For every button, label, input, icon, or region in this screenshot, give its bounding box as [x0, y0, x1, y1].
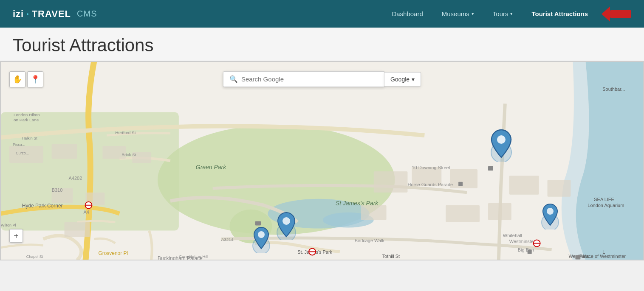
nav-item-museums[interactable]: Museums ▾ [432, 6, 483, 22]
svg-text:St James's Park: St James's Park [336, 200, 378, 207]
nav-item-dashboard[interactable]: Dashboard [382, 6, 432, 22]
museums-chevron-icon: ▾ [472, 11, 474, 17]
page-title-bar: Tourist Attractions [0, 28, 644, 61]
svg-rect-67 [575, 255, 580, 259]
svg-text:Hertford St: Hertford St [115, 130, 136, 135]
map-search-bar: 🔍 Google ▾ [223, 71, 421, 87]
map-pin-1[interactable] [251, 225, 272, 255]
main-nav: Dashboard Museums ▾ Tours ▾ Tourist Attr… [382, 5, 631, 23]
logo-cms: CMS [77, 9, 97, 19]
svg-rect-22 [488, 203, 511, 220]
plus-icon: + [14, 231, 19, 241]
search-box: 🔍 [223, 71, 384, 87]
svg-text:Westmins...: Westmins... [568, 254, 593, 259]
tours-chevron-icon: ▾ [510, 11, 513, 17]
svg-marker-1 [602, 6, 610, 22]
svg-text:A4: A4 [83, 210, 89, 215]
svg-rect-64 [488, 166, 493, 171]
svg-text:Southbar...: Southbar... [602, 87, 625, 92]
svg-point-73 [497, 135, 506, 144]
svg-text:Westminster Abbey: Westminster Abbey [370, 259, 410, 260]
svg-text:10 Downing Street: 10 Downing Street [412, 165, 450, 170]
svg-text:Halkin St: Halkin St [22, 136, 37, 140]
svg-text:Chapel St: Chapel St [26, 255, 43, 259]
svg-text:A3214: A3214 [221, 237, 234, 242]
svg-text:Birdcage Walk: Birdcage Walk [355, 238, 385, 243]
svg-text:London Aquarium: London Aquarium [588, 203, 624, 208]
zoom-in-button[interactable]: + [9, 229, 23, 243]
svg-text:Wilton Pl: Wilton Pl [1, 223, 16, 227]
svg-rect-15 [374, 171, 408, 193]
google-search-button[interactable]: Google ▾ [384, 72, 421, 87]
svg-point-75 [547, 208, 554, 215]
svg-text:Constitution Hill: Constitution Hill [179, 254, 208, 259]
svg-rect-18 [509, 176, 539, 195]
svg-rect-65 [458, 182, 463, 186]
svg-rect-14 [65, 222, 90, 237]
map-pin-4[interactable] [539, 202, 561, 231]
nav-item-tourist-attractions[interactable]: Tourist Attractions [522, 6, 597, 22]
map-controls: ✋ 📍 [9, 71, 43, 87]
svg-rect-0 [610, 10, 631, 18]
hand-tool-button[interactable]: ✋ [9, 71, 25, 87]
svg-rect-17 [450, 169, 477, 188]
pin-icon: 📍 [31, 75, 40, 84]
search-icon: 🔍 [229, 75, 238, 83]
svg-text:Curzo...: Curzo... [16, 151, 29, 155]
svg-text:A4202: A4202 [69, 176, 82, 181]
svg-rect-9 [52, 144, 77, 159]
svg-point-71 [282, 217, 290, 225]
google-dropdown-icon: ▾ [412, 76, 415, 83]
hand-icon: ✋ [13, 75, 22, 84]
map-pin-3[interactable] [489, 128, 514, 163]
active-indicator-arrow [602, 5, 631, 23]
svg-text:Horse Guards Parade: Horse Guards Parade [407, 182, 453, 187]
svg-rect-21 [446, 205, 480, 222]
search-input[interactable] [241, 76, 378, 83]
pin-tool-button[interactable]: 📍 [27, 71, 43, 87]
svg-text:L: L [602, 249, 605, 255]
svg-text:Grosvenor Pl: Grosvenor Pl [98, 250, 128, 256]
svg-text:London Hilton: London Hilton [14, 112, 40, 117]
map-container[interactable]: Green Park St James's Park Buckingham Pa… [0, 61, 644, 260]
svg-text:SEA LIFE: SEA LIFE [594, 197, 614, 202]
svg-rect-66 [528, 249, 532, 254]
svg-text:Hyde Park Corner: Hyde Park Corner [22, 203, 63, 209]
svg-text:on Park Lane: on Park Lane [14, 118, 39, 122]
logo-travel: TRAVEL [32, 8, 71, 20]
svg-text:Green Park: Green Park [196, 164, 226, 171]
svg-point-69 [258, 231, 265, 238]
google-button-label: Google [390, 76, 410, 83]
nav-item-tours[interactable]: Tours ▾ [483, 6, 523, 22]
svg-text:Whitehall: Whitehall [503, 233, 522, 238]
svg-text:Brick St: Brick St [121, 152, 136, 157]
svg-text:Tothill St: Tothill St [382, 254, 400, 259]
svg-rect-20 [361, 205, 387, 220]
svg-text:Westminster: Westminster [509, 239, 535, 244]
svg-text:B310: B310 [52, 187, 63, 193]
svg-text:Picca...: Picca... [13, 143, 25, 147]
logo-izi: izi [13, 8, 24, 20]
page-title: Tourist Attractions [13, 35, 631, 56]
map-pin-2[interactable] [275, 210, 298, 242]
logo: izi●TRAVEL CMS [13, 8, 97, 20]
svg-rect-19 [548, 180, 571, 197]
header: izi●TRAVEL CMS Dashboard Museums ▾ Tours… [0, 0, 644, 28]
